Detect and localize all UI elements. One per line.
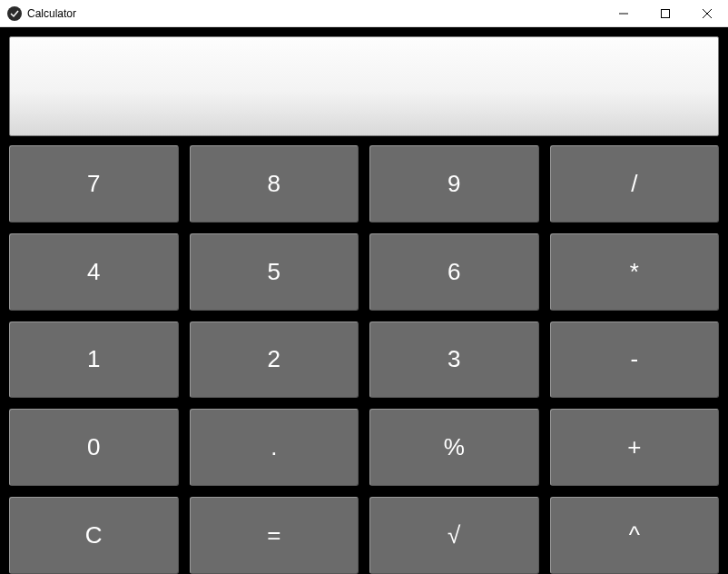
key-2[interactable]: 2 (190, 322, 359, 399)
key-1[interactable]: 1 (9, 322, 179, 399)
close-button[interactable] (686, 0, 728, 27)
title-left: Calculator (7, 6, 76, 21)
key-9[interactable]: 9 (369, 145, 539, 223)
key-percent[interactable]: % (369, 409, 539, 486)
minimize-button[interactable] (603, 0, 644, 27)
key-power[interactable]: ^ (550, 497, 720, 574)
window-title: Calculator (27, 7, 76, 20)
key-sqrt[interactable]: √ (369, 497, 539, 574)
keypad: 7 8 9 / 4 5 6 * 1 2 3 - 0 . % + C = √ ^ (9, 145, 719, 574)
titlebar: Calculator (0, 0, 728, 27)
maximize-button[interactable] (644, 0, 686, 27)
calculator-app: 7 8 9 / 4 5 6 * 1 2 3 - 0 . % + C = √ ^ (0, 27, 728, 574)
key-0[interactable]: 0 (9, 409, 179, 486)
key-6[interactable]: 6 (369, 233, 539, 311)
key-8[interactable]: 8 (190, 145, 359, 223)
svg-rect-1 (662, 10, 670, 18)
key-decimal[interactable]: . (190, 409, 359, 486)
key-equals[interactable]: = (190, 497, 359, 574)
key-7[interactable]: 7 (9, 145, 179, 223)
key-add[interactable]: + (550, 409, 720, 486)
key-divide[interactable]: / (550, 145, 720, 223)
key-multiply[interactable]: * (550, 233, 720, 311)
key-clear[interactable]: C (9, 497, 179, 574)
app-icon (7, 6, 22, 21)
display (9, 36, 719, 136)
key-subtract[interactable]: - (550, 322, 720, 399)
key-5[interactable]: 5 (190, 233, 359, 311)
window-controls (603, 0, 728, 26)
key-3[interactable]: 3 (369, 322, 539, 399)
key-4[interactable]: 4 (9, 233, 179, 311)
